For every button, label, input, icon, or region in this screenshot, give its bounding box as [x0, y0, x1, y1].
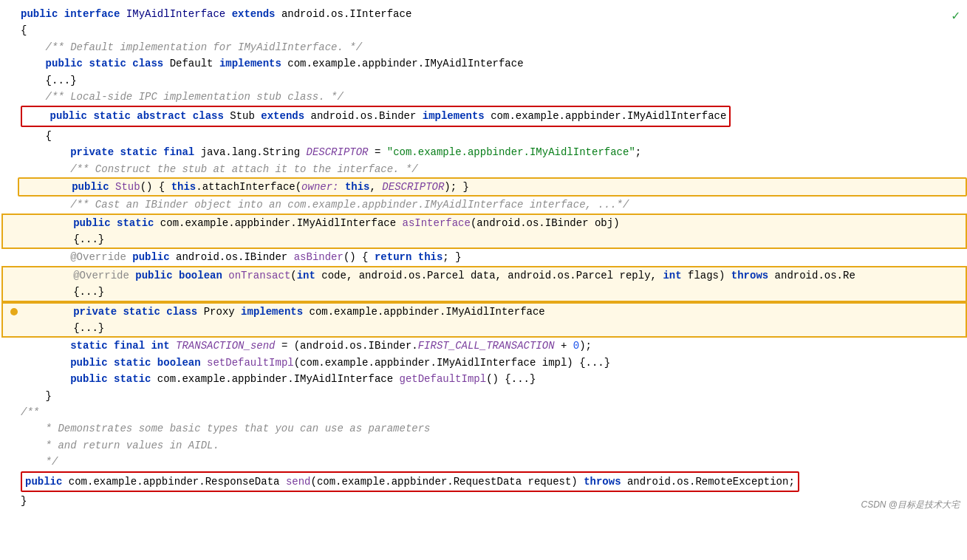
code-token: return — [375, 251, 418, 263]
code-token: Stub — [230, 110, 261, 122]
line-indicator — [6, 388, 18, 404]
line-text: * and return values in AIDL. — [18, 437, 967, 454]
line-text: {...} — [21, 284, 966, 300]
code-token: (android.os.IBinder obj) — [471, 217, 620, 229]
line-text: * Demonstrates some basic types that you… — [18, 420, 967, 437]
code-token: public — [46, 58, 89, 69]
code-token: , — [370, 179, 383, 195]
code-token: int — [663, 270, 688, 281]
code-line: static final int TRANSACTION_send = (and… — [0, 338, 967, 354]
code-line: { — [0, 22, 967, 38]
code-token: final — [163, 146, 200, 158]
line-text: private static final java.lang.String DE… — [18, 144, 967, 160]
red-box: public static abstract class Stub extend… — [21, 106, 731, 126]
code-token: 0 — [573, 340, 579, 352]
line-text: { — [18, 22, 967, 38]
code-line: public static class Default implements c… — [0, 55, 967, 72]
code-token: public — [72, 179, 115, 195]
red-box: public com.example.appbinder.ResponseDat… — [21, 471, 799, 492]
code-token: } — [46, 390, 52, 402]
code-token: static — [120, 146, 163, 158]
line-text: private static class Proxy implements co… — [21, 304, 966, 320]
code-token: boolean — [179, 270, 228, 281]
code-token: {...} — [505, 373, 536, 385]
code-token: { — [21, 24, 27, 36]
code-token: private — [73, 306, 123, 318]
line-text: public static class Default implements c… — [18, 55, 967, 72]
code-token: com.example.appbinder.IMyAidlInterface — [287, 58, 523, 69]
line-text: @Override public android.os.IBinder asBi… — [18, 249, 967, 265]
line-text: public com.example.appbinder.ResponseDat… — [18, 471, 967, 493]
code-line: public interface IMyAidlInterface extend… — [0, 6, 967, 22]
line-text: {...} — [21, 320, 966, 336]
line-text: static final int TRANSACTION_send = (and… — [18, 338, 967, 354]
code-token: send — [286, 476, 311, 488]
code-token: Stub — [115, 179, 140, 195]
code-token: asInterface — [403, 217, 471, 229]
code-token: java.lang.String — [201, 146, 307, 158]
line-indicator — [6, 355, 18, 371]
code-token: int — [151, 340, 176, 352]
code-line: /** Construct the stub at attach it to t… — [0, 161, 967, 177]
line-indicator — [9, 267, 21, 284]
code-token: implements — [219, 58, 287, 69]
code-token: public — [25, 476, 69, 488]
line-text: {...} — [18, 72, 967, 89]
code-token: () { — [344, 251, 375, 263]
line-text: /** — [18, 404, 967, 420]
code-token: * and return values in AIDL. — [46, 440, 219, 451]
code-token: DESCRIPTOR — [382, 179, 444, 195]
line-indicator — [6, 6, 18, 22]
code-container: ✓ public interface IMyAidlInterface exte… — [0, 0, 967, 515]
line-indicator — [6, 89, 18, 105]
code-line: * and return values in AIDL. — [0, 437, 967, 454]
code-token: this — [418, 251, 443, 263]
code-token: Default — [170, 58, 219, 69]
line-indicator — [6, 474, 18, 490]
code-token: /** Default implementation for IMyAidlIn… — [46, 41, 362, 53]
line-indicator — [9, 215, 21, 231]
code-token: @Override — [70, 251, 132, 263]
code-token: class — [193, 110, 230, 122]
code-token: int — [297, 270, 322, 281]
code-line: public static com.example.appbinder.IMyA… — [1, 214, 967, 231]
code-token: throws — [731, 270, 775, 281]
code-token: (com.example.appbinder.RequestData reque… — [310, 476, 584, 488]
line-text: @Override public boolean onTransact(int … — [21, 267, 966, 284]
code-token: /** — [21, 406, 39, 418]
code-line: @Override public android.os.IBinder asBi… — [0, 249, 967, 265]
line-indicator — [9, 231, 21, 247]
code-token: public — [21, 8, 64, 20]
line-indicator — [9, 284, 21, 300]
code-token: android.os.IBinder — [176, 251, 294, 263]
code-token: extends — [232, 8, 281, 20]
code-token: {...} — [73, 322, 104, 334]
code-token: private — [70, 146, 120, 158]
code-token: owner: — [301, 179, 338, 195]
watermark-text: CSDN @目标是技术大宅 — [861, 498, 960, 512]
code-token: this — [339, 179, 370, 195]
code-token: {...} — [73, 233, 104, 245]
line-text: } — [18, 493, 967, 509]
code-token: com.example.appbinder.IMyAidlInterface — [157, 373, 400, 385]
code-token: static — [93, 110, 137, 122]
code-token: static — [89, 58, 132, 69]
line-indicator — [6, 197, 18, 213]
code-token: throws — [584, 476, 627, 488]
code-token: this — [171, 179, 197, 195]
line-indicator — [6, 128, 18, 144]
line-indicator — [6, 55, 18, 72]
code-token: implements — [423, 110, 491, 122]
line-text: public static com.example.appbinder.IMyA… — [21, 215, 966, 231]
line-indicator — [6, 250, 18, 266]
code-token: {...} — [73, 286, 104, 298]
code-token: ); — [579, 340, 592, 352]
code-token: getDefaultImpl — [400, 373, 487, 385]
code-line: * Demonstrates some basic types that you… — [0, 420, 967, 437]
code-token: boolean — [157, 357, 207, 369]
code-line: /** Local-side IPC implementation stub c… — [0, 89, 967, 105]
code-token: () — [486, 373, 505, 385]
code-token: static — [117, 217, 160, 229]
line-indicator — [9, 320, 21, 336]
code-line: } — [0, 388, 967, 404]
